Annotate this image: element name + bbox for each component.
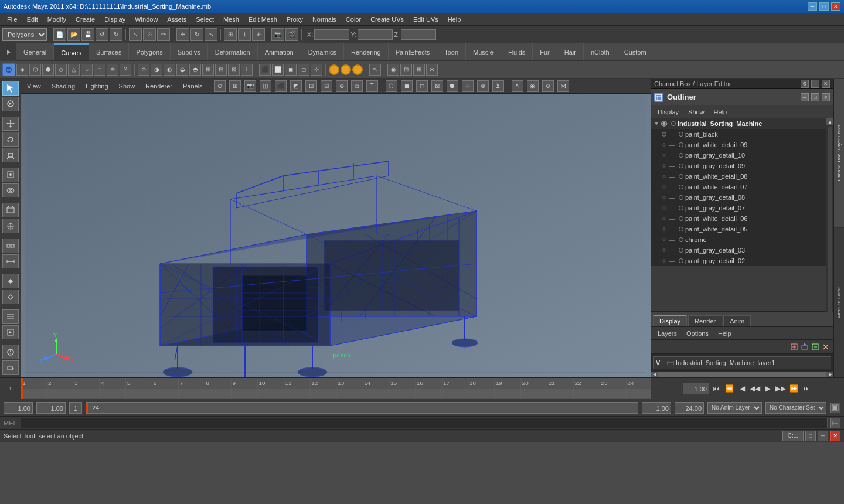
menu-edit[interactable]: Edit — [22, 15, 43, 24]
playback-time[interactable]: 1.00 — [683, 383, 709, 394]
layer-hscroll-right[interactable]: ▶ — [826, 372, 833, 377]
menu-editmesh[interactable]: Edit Mesh — [244, 15, 282, 24]
shelf-icon-10[interactable]: ⊙ — [138, 64, 149, 76]
layer-hscroll-left[interactable]: ◀ — [651, 372, 658, 377]
camera-move-btn[interactable] — [2, 360, 19, 375]
vp-menu-panels[interactable]: Panels — [179, 81, 206, 91]
prev-key-btn[interactable]: ⏪ — [723, 383, 735, 394]
anim-layer-select[interactable]: No Anim Layer — [707, 402, 762, 414]
shelf-icon-18[interactable]: T — [241, 64, 253, 76]
play-back-btn[interactable]: ◀◀ — [749, 383, 761, 394]
lm-layers[interactable]: Layers — [653, 329, 682, 338]
taskbar-item-2[interactable]: □ — [805, 431, 816, 441]
shelf-icon-20[interactable]: ⬜ — [272, 64, 284, 76]
vp-btn-19[interactable]: ⊻ — [492, 80, 504, 92]
taskbar-item-1[interactable]: C:... — [782, 431, 804, 441]
om-display[interactable]: Display — [653, 107, 683, 117]
outliner-row-6[interactable]: — paint_gray_detail_08 — [651, 192, 826, 203]
root-expand-icon[interactable]: ▼ — [653, 120, 660, 127]
shelf-tab-polygons[interactable]: Polygons — [129, 43, 170, 60]
layer-tab-render[interactable]: Render — [688, 315, 722, 326]
shelf-tab-surfaces[interactable]: Surfaces — [89, 43, 129, 60]
scale-tool-btn[interactable] — [2, 148, 19, 162]
vp-btn-6[interactable]: ◩ — [290, 80, 302, 92]
outliner-close-btn[interactable]: ✕ — [822, 93, 830, 101]
vp-btn-14[interactable]: ◻ — [416, 80, 428, 92]
show-manip-btn[interactable] — [2, 219, 19, 233]
shelf-icon-21[interactable]: ◼ — [285, 64, 297, 76]
anim-keys-btn[interactable] — [2, 274, 19, 288]
shelf-tab-hair[interactable]: Hair — [557, 43, 584, 60]
shelf-icon-22[interactable]: ◻ — [298, 64, 309, 76]
start-frame-field[interactable]: 1.00 — [36, 402, 66, 414]
y-field[interactable] — [358, 29, 393, 40]
play-to-end-btn[interactable]: ⏭ — [801, 383, 812, 394]
shelf-icon-15[interactable]: ⊞ — [202, 64, 214, 76]
shelf-icon-6[interactable]: ○ — [81, 64, 93, 76]
vp-btn-15[interactable]: ⊠ — [431, 80, 443, 92]
viewport-canvas[interactable]: pdrop X Y Z — [21, 94, 651, 377]
cmd-execute-btn[interactable] — [830, 418, 840, 428]
cb-close-btn[interactable]: ✕ — [822, 80, 830, 88]
snap-point-btn[interactable]: ⊕ — [252, 28, 265, 41]
range-end-field[interactable]: 24.00 — [675, 402, 704, 414]
vp-btn-9[interactable]: ⊕ — [336, 80, 348, 92]
shelf-icon-7[interactable]: □ — [94, 64, 106, 76]
outliner-row-1[interactable]: — paint_white_detail_09 — [651, 139, 826, 150]
outliner-row-3[interactable]: — paint_gray_detail_09 — [651, 161, 826, 171]
outliner-maximize-btn[interactable]: □ — [811, 93, 819, 101]
minimize-button[interactable]: ─ — [808, 2, 817, 11]
shelf-icon-25[interactable]: ⊡ — [400, 64, 412, 76]
layer-row-1[interactable]: V Industrial_Sorting_Machine_layer1 — [653, 356, 831, 369]
shelf-icon-4[interactable]: ◇ — [55, 64, 67, 76]
maximize-button[interactable]: □ — [819, 2, 829, 11]
outliner-minimize-btn[interactable]: ─ — [801, 93, 809, 101]
next-key-btn[interactable]: ⏩ — [788, 383, 799, 394]
outliner-scroll-thumb[interactable] — [828, 127, 832, 332]
shelf-icon-19[interactable]: ⬛ — [259, 64, 271, 76]
vp-menu-show[interactable]: Show — [115, 81, 139, 91]
menu-file[interactable]: File — [2, 15, 22, 24]
range-start-field[interactable]: 1.00 — [642, 402, 671, 414]
menu-create[interactable]: Create — [71, 15, 100, 24]
shelf-tab-deformation[interactable]: Deformation — [208, 43, 258, 60]
outliner-row-0[interactable]: — paint_black — [651, 129, 826, 139]
rotate-tool-btn[interactable] — [2, 132, 19, 147]
shelf-icon-5[interactable]: △ — [68, 64, 80, 76]
lasso-btn[interactable]: ⊙ — [143, 28, 156, 41]
outliner-row-12[interactable]: — paint_gray_detail_02 — [651, 256, 826, 266]
play-to-start-btn[interactable]: ⏮ — [710, 383, 722, 394]
outliner-root-row[interactable]: ▼ Industrial_Sorting_Machine — [651, 118, 826, 129]
shelf-tab-curves[interactable]: Curves — [54, 43, 89, 60]
menu-modify[interactable]: Modify — [43, 15, 71, 24]
rst-attreditor[interactable]: Attribute Editor — [834, 228, 844, 377]
menu-assets[interactable]: Assets — [162, 15, 191, 24]
vp-menu-renderer[interactable]: Renderer — [142, 81, 176, 91]
mini-timeline[interactable]: 24 — [86, 402, 638, 414]
frame-label-field[interactable]: 1 — [69, 402, 82, 414]
vp-menu-lighting[interactable]: Lighting — [82, 81, 112, 91]
cb-minimize-btn[interactable]: ─ — [811, 80, 819, 88]
shelf-icon-11[interactable]: ◑ — [151, 64, 162, 76]
vp-menu-shading[interactable]: Shading — [48, 81, 79, 91]
paint-select-btn[interactable] — [2, 97, 19, 111]
outliner-row-11[interactable]: — paint_gray_detail_03 — [651, 245, 826, 256]
outliner-row-4[interactable]: — paint_white_detail_08 — [651, 171, 826, 182]
soft-select-btn[interactable] — [2, 183, 19, 198]
new-scene-btn[interactable]: 📄 — [53, 28, 66, 41]
vp-btn-18[interactable]: ⊕ — [477, 80, 489, 92]
layer-delete-btn[interactable] — [821, 342, 831, 352]
vp-btn-11[interactable]: T — [366, 80, 378, 92]
vp-btn-2[interactable]: ⊞ — [229, 80, 241, 92]
shelf-tab-dynamics[interactable]: Dynamics — [301, 43, 344, 60]
x-field[interactable] — [314, 29, 349, 40]
shelf-icon-26[interactable]: ⊞ — [413, 64, 425, 76]
vp-btn-23[interactable]: ⋈ — [557, 80, 569, 92]
layer-tab-anim[interactable]: Anim — [723, 315, 751, 326]
vp-btn-12[interactable]: ⬡ — [386, 80, 397, 92]
command-input[interactable] — [21, 418, 828, 428]
shelf-icon-maya[interactable]: M — [2, 63, 15, 76]
shelf-tab-painteffects[interactable]: PaintEffects — [389, 43, 438, 60]
taskbar-close-btn[interactable]: ✕ — [830, 431, 840, 441]
measure-btn[interactable] — [2, 254, 19, 269]
